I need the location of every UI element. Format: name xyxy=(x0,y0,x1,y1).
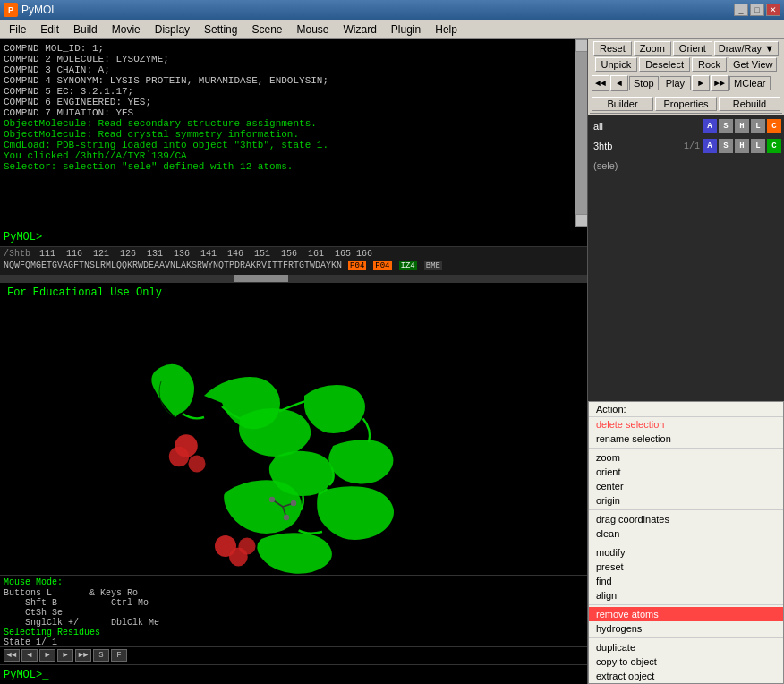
htb-btn-s[interactable]: S xyxy=(719,139,733,153)
toolbar-row-1: Reset Zoom Orient Draw/Ray ▼ xyxy=(590,41,782,56)
molecule-viewport xyxy=(0,303,587,575)
educational-text: For Educational Use Only xyxy=(0,283,587,303)
mouse-ctsh: CtSh Se xyxy=(4,608,584,618)
extract-object-item[interactable]: extract object xyxy=(589,669,783,683)
unpick-button[interactable]: Unpick xyxy=(595,57,638,72)
object-3htb-row: 3htb 1/1 A S H L C xyxy=(590,137,782,155)
delete-selection-item[interactable]: delete selection xyxy=(589,417,783,432)
get-view-button[interactable]: Get View xyxy=(729,57,777,72)
close-button[interactable]: ✕ xyxy=(766,4,780,16)
sep-5 xyxy=(589,637,783,638)
minimize-button[interactable]: _ xyxy=(734,4,748,16)
htb-btn-a[interactable]: A xyxy=(703,139,717,153)
builder-button[interactable]: Builder xyxy=(592,97,653,111)
toolbar-row-3: Builder Properties Rebuild xyxy=(590,95,782,114)
menu-wizard[interactable]: Wizard xyxy=(337,21,384,38)
align-item[interactable]: align xyxy=(589,588,783,603)
titlebar: P PyMOL _ □ ✕ xyxy=(0,0,784,20)
nav-next-btn[interactable]: ► xyxy=(692,75,710,91)
toolbar-row-2: Unpick Deselect Rock Get View xyxy=(590,57,782,72)
find-item[interactable]: find xyxy=(589,574,783,588)
nav-next2[interactable]: ► xyxy=(57,649,73,662)
right-panel: Reset Zoom Orient Draw/Ray ▼ Unpick Dese… xyxy=(587,39,784,684)
scroll-down-arrow[interactable]: ▼ xyxy=(575,214,587,227)
htb-btn-h[interactable]: H xyxy=(735,139,749,153)
deselect-button[interactable]: Deselect xyxy=(639,57,690,72)
htb-btn-c[interactable]: C xyxy=(767,139,781,153)
all-btn-c[interactable]: C xyxy=(767,119,781,133)
maximize-button[interactable]: □ xyxy=(750,4,764,16)
nav-rewind[interactable]: ◄◄ xyxy=(4,649,20,662)
nav-s[interactable]: S xyxy=(93,649,109,662)
stop-button[interactable]: Stop xyxy=(629,76,659,90)
menu-display[interactable]: Display xyxy=(148,21,197,38)
toolbar-top: Reset Zoom Orient Draw/Ray ▼ Unpick Dese… xyxy=(588,39,784,115)
reset-button[interactable]: Reset xyxy=(593,41,632,56)
nav-prev[interactable]: ◄ xyxy=(21,649,38,662)
menu-mouse[interactable]: Mouse xyxy=(289,21,336,38)
origin-item[interactable]: origin xyxy=(589,493,783,508)
svg-point-10 xyxy=(291,500,296,506)
object-all-row: all A S H L C xyxy=(590,117,782,135)
remove-atoms-item[interactable]: remove atoms xyxy=(589,607,783,621)
object-3htb-name: 3htb xyxy=(590,141,682,151)
menubar: File Edit Build Movie Display Setting Sc… xyxy=(0,20,784,39)
preset-item[interactable]: preset xyxy=(589,560,783,574)
all-btn-l[interactable]: L xyxy=(751,119,765,133)
orient-item[interactable]: orient xyxy=(589,465,783,479)
duplicate-item[interactable]: duplicate xyxy=(589,640,783,654)
mouse-mode-details: Buttons L & Keys Ro xyxy=(4,588,584,598)
mclear-button[interactable]: MClear xyxy=(729,76,770,90)
selecting-state: Selecting Residues xyxy=(4,628,584,637)
modify-item[interactable]: modify xyxy=(589,545,783,560)
seq-scroll-thumb[interactable] xyxy=(234,275,288,282)
output-line-1: COMPND MOL_ID: 1; xyxy=(4,43,569,54)
rename-selection-item[interactable]: rename selection xyxy=(589,432,783,446)
orient-button[interactable]: Orient xyxy=(673,41,712,56)
menu-build[interactable]: Build xyxy=(66,21,105,38)
center-item[interactable]: center xyxy=(589,479,783,493)
left-panel: COMPND MOL_ID: 1; COMPND 2 MOLECULE: LYS… xyxy=(0,39,587,684)
output-line-5: COMPND 5 EC: 3.2.1.17; xyxy=(4,86,569,97)
zoom-button[interactable]: Zoom xyxy=(634,41,671,56)
viewport[interactable] xyxy=(0,303,587,575)
draw-ray-button[interactable]: Draw/Ray ▼ xyxy=(714,41,779,56)
titlebar-buttons: _ □ ✕ xyxy=(734,4,780,16)
nav-f[interactable]: F xyxy=(111,649,127,662)
all-btn-h[interactable]: H xyxy=(735,119,749,133)
zoom-item[interactable]: zoom xyxy=(589,450,783,465)
menu-plugin[interactable]: Plugin xyxy=(384,21,428,38)
seq-scrollbar[interactable] xyxy=(0,275,587,282)
rock-button[interactable]: Rock xyxy=(692,57,727,72)
nav-next[interactable]: ► xyxy=(39,649,55,662)
clean-item[interactable]: clean xyxy=(589,526,783,541)
play-button[interactable]: Play xyxy=(660,76,691,90)
pymol-command-bottom: PyMOL>_ xyxy=(0,664,587,684)
menu-scene[interactable]: Scene xyxy=(244,21,289,38)
menu-setting[interactable]: Setting xyxy=(197,21,244,38)
main-container: COMPND MOL_ID: 1; COMPND 2 MOLECULE: LYS… xyxy=(0,39,784,684)
menu-movie[interactable]: Movie xyxy=(105,21,148,38)
menu-help[interactable]: Help xyxy=(428,21,464,38)
scroll-up-arrow[interactable]: ▲ xyxy=(575,39,587,52)
all-btn-s[interactable]: S xyxy=(719,119,733,133)
rebuild-button[interactable]: Rebuild xyxy=(719,97,780,111)
nav-prev-btn[interactable]: ◄ xyxy=(610,75,628,91)
hydrogens-item[interactable]: hydrogens xyxy=(589,621,783,636)
text-scrollbar[interactable]: ▲ ▼ xyxy=(575,39,587,227)
nav-forward[interactable]: ►► xyxy=(75,649,91,662)
menu-edit[interactable]: Edit xyxy=(33,21,66,38)
htb-btn-l[interactable]: L xyxy=(751,139,765,153)
copy-to-object-item[interactable]: copy to object xyxy=(589,654,783,669)
svg-point-8 xyxy=(269,497,275,502)
object-list: all A S H L C 3htb 1/1 A S H L C (sele) xyxy=(588,115,784,401)
object-all-name: all xyxy=(590,121,702,132)
sequence-residues[interactable]: NQWFQMGETGVAGFTNSLRMLQQKRWDEAAVNLAKSRWYN… xyxy=(0,261,587,270)
app-icon: P xyxy=(4,3,18,17)
drag-coordinates-item[interactable]: drag coordinates xyxy=(589,512,783,526)
nav-ff-btn[interactable]: ►► xyxy=(711,75,729,91)
menu-file[interactable]: File xyxy=(2,21,33,38)
all-btn-a[interactable]: A xyxy=(703,119,717,133)
nav-rewind-btn[interactable]: ◄◄ xyxy=(592,75,609,91)
properties-button[interactable]: Properties xyxy=(655,97,717,111)
